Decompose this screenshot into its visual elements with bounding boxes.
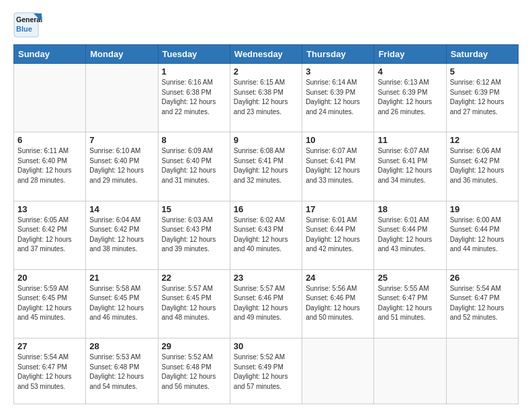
page: General Blue SundayMondayTuesdayWednesda… bbox=[0, 0, 532, 411]
calendar-cell: 6Sunrise: 6:11 AM Sunset: 6:40 PM Daylig… bbox=[14, 132, 86, 201]
calendar-cell bbox=[446, 338, 518, 404]
day-info: Sunrise: 6:16 AM Sunset: 6:38 PM Dayligh… bbox=[162, 78, 226, 117]
day-number: 23 bbox=[234, 273, 298, 283]
day-number: 6 bbox=[17, 135, 82, 145]
calendar-cell: 24Sunrise: 5:56 AM Sunset: 6:46 PM Dayli… bbox=[302, 269, 374, 338]
weekday-header-monday: Monday bbox=[86, 45, 158, 64]
calendar-cell: 22Sunrise: 5:57 AM Sunset: 6:45 PM Dayli… bbox=[158, 269, 230, 338]
day-info: Sunrise: 5:54 AM Sunset: 6:47 PM Dayligh… bbox=[450, 284, 515, 323]
day-number: 3 bbox=[306, 66, 370, 77]
day-info: Sunrise: 5:55 AM Sunset: 6:47 PM Dayligh… bbox=[378, 284, 442, 323]
day-info: Sunrise: 5:52 AM Sunset: 6:48 PM Dayligh… bbox=[162, 353, 226, 392]
calendar-cell: 3Sunrise: 6:14 AM Sunset: 6:39 PM Daylig… bbox=[302, 64, 374, 132]
calendar-cell: 16Sunrise: 6:02 AM Sunset: 6:43 PM Dayli… bbox=[230, 201, 302, 269]
weekday-header-tuesday: Tuesday bbox=[158, 45, 230, 64]
calendar-cell: 13Sunrise: 6:05 AM Sunset: 6:42 PM Dayli… bbox=[14, 201, 86, 269]
logo-svg: General Blue bbox=[13, 12, 43, 38]
day-info: Sunrise: 6:04 AM Sunset: 6:42 PM Dayligh… bbox=[89, 216, 154, 255]
day-info: Sunrise: 6:12 AM Sunset: 6:39 PM Dayligh… bbox=[450, 78, 515, 117]
calendar-cell: 14Sunrise: 6:04 AM Sunset: 6:42 PM Dayli… bbox=[86, 201, 158, 269]
day-info: Sunrise: 5:53 AM Sunset: 6:48 PM Dayligh… bbox=[89, 353, 154, 392]
day-info: Sunrise: 6:07 AM Sunset: 6:41 PM Dayligh… bbox=[378, 146, 442, 185]
weekday-header-wednesday: Wednesday bbox=[230, 45, 302, 64]
day-number: 12 bbox=[450, 135, 515, 145]
day-info: Sunrise: 6:02 AM Sunset: 6:43 PM Dayligh… bbox=[234, 216, 298, 255]
day-number: 30 bbox=[234, 341, 298, 351]
day-info: Sunrise: 6:14 AM Sunset: 6:39 PM Dayligh… bbox=[306, 78, 370, 117]
calendar-cell: 18Sunrise: 6:01 AM Sunset: 6:44 PM Dayli… bbox=[374, 201, 446, 269]
calendar-cell: 1Sunrise: 6:16 AM Sunset: 6:38 PM Daylig… bbox=[158, 64, 230, 132]
day-number: 16 bbox=[234, 204, 298, 214]
day-number: 15 bbox=[162, 204, 226, 214]
calendar-cell: 30Sunrise: 5:52 AM Sunset: 6:49 PM Dayli… bbox=[230, 338, 302, 404]
calendar-cell: 23Sunrise: 5:57 AM Sunset: 6:46 PM Dayli… bbox=[230, 269, 302, 338]
day-info: Sunrise: 6:09 AM Sunset: 6:40 PM Dayligh… bbox=[162, 146, 226, 185]
calendar-table: SundayMondayTuesdayWednesdayThursdayFrid… bbox=[13, 44, 519, 404]
calendar-week-2: 13Sunrise: 6:05 AM Sunset: 6:42 PM Dayli… bbox=[14, 201, 519, 269]
calendar-week-0: 1Sunrise: 6:16 AM Sunset: 6:38 PM Daylig… bbox=[14, 64, 519, 132]
weekday-header-friday: Friday bbox=[374, 45, 446, 64]
calendar-cell: 5Sunrise: 6:12 AM Sunset: 6:39 PM Daylig… bbox=[446, 64, 518, 132]
svg-text:Blue: Blue bbox=[16, 25, 32, 33]
day-info: Sunrise: 6:01 AM Sunset: 6:44 PM Dayligh… bbox=[378, 216, 442, 255]
calendar-cell: 2Sunrise: 6:15 AM Sunset: 6:38 PM Daylig… bbox=[230, 64, 302, 132]
weekday-header-sunday: Sunday bbox=[14, 45, 86, 64]
day-number: 13 bbox=[17, 204, 82, 214]
calendar-cell: 20Sunrise: 5:59 AM Sunset: 6:45 PM Dayli… bbox=[14, 269, 86, 338]
day-number: 21 bbox=[89, 273, 154, 283]
day-info: Sunrise: 6:11 AM Sunset: 6:40 PM Dayligh… bbox=[17, 146, 82, 185]
day-info: Sunrise: 6:06 AM Sunset: 6:42 PM Dayligh… bbox=[450, 146, 515, 185]
day-number: 27 bbox=[17, 341, 82, 351]
day-number: 26 bbox=[450, 273, 515, 283]
calendar-cell: 29Sunrise: 5:52 AM Sunset: 6:48 PM Dayli… bbox=[158, 338, 230, 404]
weekday-header-saturday: Saturday bbox=[446, 45, 518, 64]
day-number: 20 bbox=[17, 273, 82, 283]
calendar-cell: 21Sunrise: 5:58 AM Sunset: 6:45 PM Dayli… bbox=[86, 269, 158, 338]
day-number: 25 bbox=[378, 273, 442, 283]
day-number: 22 bbox=[162, 273, 226, 283]
weekday-header-thursday: Thursday bbox=[302, 45, 374, 64]
day-number: 18 bbox=[378, 204, 442, 214]
calendar-cell: 15Sunrise: 6:03 AM Sunset: 6:43 PM Dayli… bbox=[158, 201, 230, 269]
day-info: Sunrise: 5:57 AM Sunset: 6:46 PM Dayligh… bbox=[234, 284, 298, 323]
calendar-cell: 7Sunrise: 6:10 AM Sunset: 6:40 PM Daylig… bbox=[86, 132, 158, 201]
day-info: Sunrise: 5:57 AM Sunset: 6:45 PM Dayligh… bbox=[162, 284, 226, 323]
calendar-cell: 9Sunrise: 6:08 AM Sunset: 6:41 PM Daylig… bbox=[230, 132, 302, 201]
day-number: 1 bbox=[162, 66, 226, 77]
day-info: Sunrise: 6:03 AM Sunset: 6:43 PM Dayligh… bbox=[162, 216, 226, 255]
day-number: 9 bbox=[234, 135, 298, 145]
day-info: Sunrise: 5:56 AM Sunset: 6:46 PM Dayligh… bbox=[306, 284, 370, 323]
day-number: 28 bbox=[89, 341, 154, 351]
calendar-week-1: 6Sunrise: 6:11 AM Sunset: 6:40 PM Daylig… bbox=[14, 132, 519, 201]
day-number: 8 bbox=[162, 135, 226, 145]
calendar-cell: 28Sunrise: 5:53 AM Sunset: 6:48 PM Dayli… bbox=[86, 338, 158, 404]
calendar-cell: 8Sunrise: 6:09 AM Sunset: 6:40 PM Daylig… bbox=[158, 132, 230, 201]
calendar-cell: 25Sunrise: 5:55 AM Sunset: 6:47 PM Dayli… bbox=[374, 269, 446, 338]
header: General Blue bbox=[13, 12, 519, 38]
day-info: Sunrise: 6:01 AM Sunset: 6:44 PM Dayligh… bbox=[306, 216, 370, 255]
weekday-header-row: SundayMondayTuesdayWednesdayThursdayFrid… bbox=[14, 45, 519, 64]
calendar-cell bbox=[86, 64, 158, 132]
day-info: Sunrise: 6:07 AM Sunset: 6:41 PM Dayligh… bbox=[306, 146, 370, 185]
calendar-cell: 10Sunrise: 6:07 AM Sunset: 6:41 PM Dayli… bbox=[302, 132, 374, 201]
calendar-cell: 26Sunrise: 5:54 AM Sunset: 6:47 PM Dayli… bbox=[446, 269, 518, 338]
day-number: 5 bbox=[450, 66, 515, 77]
day-info: Sunrise: 5:58 AM Sunset: 6:45 PM Dayligh… bbox=[89, 284, 154, 323]
day-number: 24 bbox=[306, 273, 370, 283]
calendar-week-3: 20Sunrise: 5:59 AM Sunset: 6:45 PM Dayli… bbox=[14, 269, 519, 338]
day-info: Sunrise: 5:59 AM Sunset: 6:45 PM Dayligh… bbox=[17, 284, 82, 323]
calendar-week-4: 27Sunrise: 5:54 AM Sunset: 6:47 PM Dayli… bbox=[14, 338, 519, 404]
day-number: 11 bbox=[378, 135, 442, 145]
day-number: 19 bbox=[450, 204, 515, 214]
day-info: Sunrise: 6:13 AM Sunset: 6:39 PM Dayligh… bbox=[378, 78, 442, 117]
calendar-cell: 19Sunrise: 6:00 AM Sunset: 6:44 PM Dayli… bbox=[446, 201, 518, 269]
calendar-cell: 27Sunrise: 5:54 AM Sunset: 6:47 PM Dayli… bbox=[14, 338, 86, 404]
calendar-cell: 4Sunrise: 6:13 AM Sunset: 6:39 PM Daylig… bbox=[374, 64, 446, 132]
calendar-cell bbox=[14, 64, 86, 132]
day-number: 2 bbox=[234, 66, 298, 77]
day-number: 4 bbox=[378, 66, 442, 77]
day-info: Sunrise: 6:05 AM Sunset: 6:42 PM Dayligh… bbox=[17, 216, 82, 255]
calendar-cell bbox=[302, 338, 374, 404]
day-info: Sunrise: 6:08 AM Sunset: 6:41 PM Dayligh… bbox=[234, 146, 298, 185]
day-number: 14 bbox=[89, 204, 154, 214]
